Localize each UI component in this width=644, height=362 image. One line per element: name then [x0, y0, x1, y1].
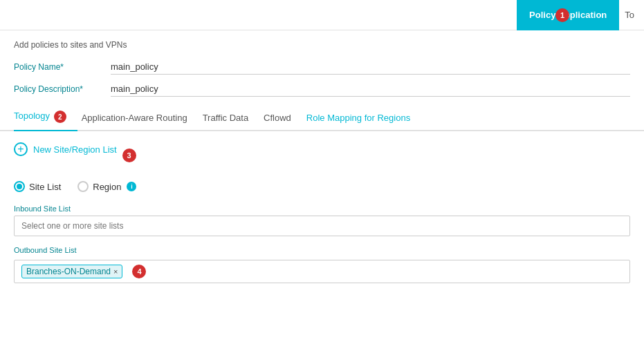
outbound-label: Outbound Site List — [14, 246, 77, 254]
outbound-site-list-section: Outbound Site List Branches-ON-Demand × … — [14, 246, 630, 283]
badge-1: 1 — [555, 8, 569, 22]
badge-2: 2 — [54, 111, 66, 123]
policy-form: Policy Name* Policy Description* — [0, 57, 644, 97]
policy-description-input[interactable] — [111, 82, 630, 97]
header-bar: 1 Policy Application To — [0, 0, 644, 30]
topology-tab-content: + New Site/Region List 3 Site List Regio… — [0, 131, 644, 294]
radio-site-list[interactable]: Site List — [14, 181, 61, 192]
radio-region-label: Region — [93, 182, 121, 192]
inbound-label: Inbound Site List — [14, 204, 630, 213]
radio-region[interactable]: Region i — [77, 181, 136, 192]
radio-group: Site List Region i — [14, 181, 630, 192]
inbound-site-list-input[interactable] — [14, 216, 630, 236]
region-info-icon: i — [127, 182, 136, 191]
radio-site-list-circle — [14, 181, 25, 192]
outbound-tag-label: Branches-ON-Demand — [26, 267, 111, 276]
to-tab[interactable]: To — [619, 3, 644, 27]
tab-traffic-data[interactable]: Traffic Data — [203, 106, 259, 131]
plus-circle-icon: + — [14, 142, 28, 156]
policy-description-row: Policy Description* — [14, 82, 630, 97]
badge-3: 3 — [122, 149, 136, 162]
policy-name-label: Policy Name* — [14, 62, 111, 72]
inbound-site-list-section: Inbound Site List — [14, 204, 630, 246]
tab-topology[interactable]: Topology 2 — [14, 104, 77, 131]
policy-name-row: Policy Name* — [14, 59, 630, 75]
badge-4: 4 — [132, 265, 146, 278]
tabs-container: Topology 2 Application-Aware Routing Tra… — [0, 104, 644, 131]
page-subtitle: Add policies to sites and VPNs — [0, 30, 644, 57]
new-site-region-button[interactable]: + New Site/Region List — [14, 142, 117, 156]
tab-role-mapping[interactable]: Role Mapping for Regions — [306, 106, 421, 131]
tab-application-aware-routing[interactable]: Application-Aware Routing — [82, 106, 199, 131]
radio-site-list-label: Site List — [29, 182, 61, 192]
tab-cflowd[interactable]: Cflowd — [264, 106, 302, 131]
outbound-tag-close[interactable]: × — [113, 267, 118, 276]
policy-name-input[interactable] — [111, 59, 630, 75]
outbound-tag: Branches-ON-Demand × — [21, 265, 122, 278]
outbound-site-list-input[interactable]: Branches-ON-Demand × 4 — [14, 260, 630, 283]
radio-region-circle — [77, 181, 89, 192]
policy-description-label: Policy Description* — [14, 84, 111, 94]
